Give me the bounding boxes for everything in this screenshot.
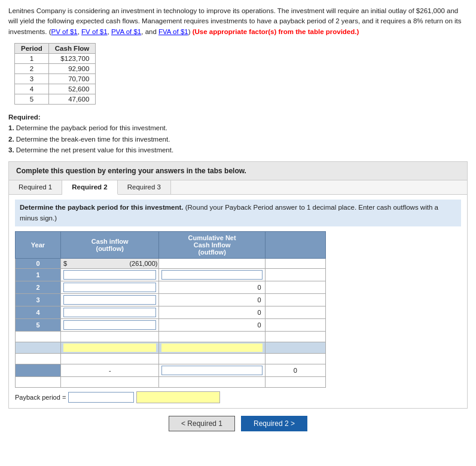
summary-cash-yellow — [60, 342, 159, 353]
period-5: 5 — [15, 94, 49, 104]
intro-paragraph: Lenitnes Company is considering an inves… — [8, 6, 468, 37]
empty3-year — [16, 376, 61, 387]
table-row: 0 $ (261,000) — [16, 258, 326, 268]
main-data-table: Year Cash inflow(outflow) Cumulative Net… — [15, 231, 326, 388]
cumulative-4: 0 — [159, 306, 265, 318]
summary-cumulative-input[interactable] — [161, 344, 262, 352]
summary-row — [16, 342, 326, 353]
cashflow-3: 70,700 — [48, 73, 96, 84]
year-0: 0 — [16, 258, 61, 268]
period-4: 4 — [15, 84, 49, 94]
tab-required-3[interactable]: Required 3 — [118, 180, 171, 194]
table-row: 4 0 — [16, 306, 326, 318]
period-header: Period — [15, 43, 49, 53]
year-2: 2 — [16, 281, 61, 293]
period-2: 2 — [15, 63, 49, 73]
req-1-bold: 1. — [8, 124, 14, 131]
empty2-extra — [265, 353, 325, 364]
bottom-dash: - — [60, 364, 159, 376]
cash-input-cell-3 — [60, 293, 159, 306]
table-row: 4 52,600 — [15, 84, 96, 94]
cumulative-5: 0 — [159, 318, 265, 331]
required-title: Required: — [8, 114, 41, 121]
cash-input-5[interactable] — [63, 320, 157, 330]
next-button[interactable]: Required 2 > — [241, 416, 307, 431]
bottom-input[interactable] — [161, 366, 262, 375]
pv-link[interactable]: PV of $1 — [51, 28, 78, 35]
payback-yellow-cell — [136, 391, 220, 403]
tabs-container: Required 1 Required 2 Required 3 Determi… — [8, 180, 468, 409]
table-row: 2 0 — [16, 281, 326, 293]
bottom-detail-row: - 0 — [16, 364, 326, 376]
cashflow-header: Cash Flow — [48, 43, 96, 53]
tab-required-1[interactable]: Required 1 — [9, 180, 62, 194]
empty-row-3 — [16, 376, 326, 387]
extra-1 — [265, 268, 325, 281]
tabs-row: Required 1 Required 2 Required 3 — [9, 180, 467, 195]
empty3-cash — [60, 376, 159, 387]
year-3: 3 — [16, 293, 61, 306]
tab-instruction: Determine the payback period for this in… — [15, 200, 461, 226]
cash-input-cell-1 — [60, 268, 159, 281]
extra-0 — [265, 258, 325, 268]
period-3: 3 — [15, 73, 49, 84]
empty3-extra — [265, 376, 325, 387]
cashflow-5: 47,600 — [48, 94, 96, 104]
req-2-text: Determine the break-even time for this i… — [16, 136, 170, 143]
req-1-text: Determine the payback period for this in… — [16, 124, 167, 131]
cumulative-0 — [159, 258, 265, 268]
year-5: 5 — [16, 318, 61, 331]
cash-input-4[interactable] — [63, 308, 157, 317]
summary-cumulative-yellow — [159, 342, 265, 353]
col-cumulative-header: Cumulative NetCash Inflow(outflow) — [159, 231, 265, 258]
empty-extra — [265, 331, 325, 342]
empty2-cumulative — [159, 353, 265, 364]
table-row: 5 47,600 — [15, 94, 96, 104]
req-3-bold: 3. — [8, 146, 14, 154]
table-row: 1 $123,700 — [15, 53, 96, 63]
extra-4 — [265, 306, 325, 318]
empty-row-2 — [16, 353, 326, 364]
empty-cumulative — [159, 331, 265, 342]
cumulative-3: 0 — [159, 293, 265, 306]
cash-input-2[interactable] — [63, 283, 157, 292]
payback-input[interactable] — [68, 392, 134, 403]
col-cashinflow-header: Cash inflow(outflow) — [60, 231, 159, 258]
bottom-year — [16, 364, 61, 376]
fva-link[interactable]: FVA of $1 — [158, 28, 188, 35]
cumulative-1 — [159, 268, 265, 281]
cash-input-cell-5 — [60, 318, 159, 331]
cash-flow-table: Period Cash Flow 1 $123,700 2 92,900 3 7… — [14, 43, 96, 105]
empty3-cumulative — [159, 376, 265, 387]
empty-row-1 — [16, 331, 326, 342]
payback-row: Payback period = — [15, 391, 461, 403]
cash-input-3[interactable] — [63, 295, 157, 305]
dollar-sign-0: $ — [63, 260, 67, 267]
nav-buttons: < Required 1 Required 2 > — [8, 416, 468, 431]
use-table-note: (Use appropriate factor(s) from the tabl… — [193, 28, 359, 35]
prev-button[interactable]: < Required 1 — [169, 416, 235, 431]
cashflow-2: 92,900 — [48, 63, 96, 73]
table-row: 3 0 — [16, 293, 326, 306]
cumulative-input-1[interactable] — [161, 270, 262, 280]
col-extra-header — [265, 231, 325, 258]
empty2-year — [16, 353, 61, 364]
extra-5 — [265, 318, 325, 331]
table-row: 3 70,700 — [15, 73, 96, 84]
table-row: 5 0 — [16, 318, 326, 331]
extra-3 — [265, 293, 325, 306]
period-1: 1 — [15, 53, 49, 63]
cash-input-1[interactable] — [63, 270, 157, 280]
bottom-value: 0 — [265, 364, 325, 376]
year-4: 4 — [16, 306, 61, 318]
empty-cash — [60, 331, 159, 342]
empty2-cash — [60, 353, 159, 364]
tab-required-2[interactable]: Required 2 — [62, 180, 117, 195]
summary-cash-input[interactable] — [63, 344, 157, 352]
bottom-input-cell — [159, 364, 265, 376]
pva-link[interactable]: PVA of $1 — [111, 28, 141, 35]
col-year-header: Year — [16, 231, 61, 258]
cash-value-0: (261,000) — [129, 260, 157, 267]
cashflow-4: 52,600 — [48, 84, 96, 94]
fv-link[interactable]: FV of $1 — [81, 28, 107, 35]
